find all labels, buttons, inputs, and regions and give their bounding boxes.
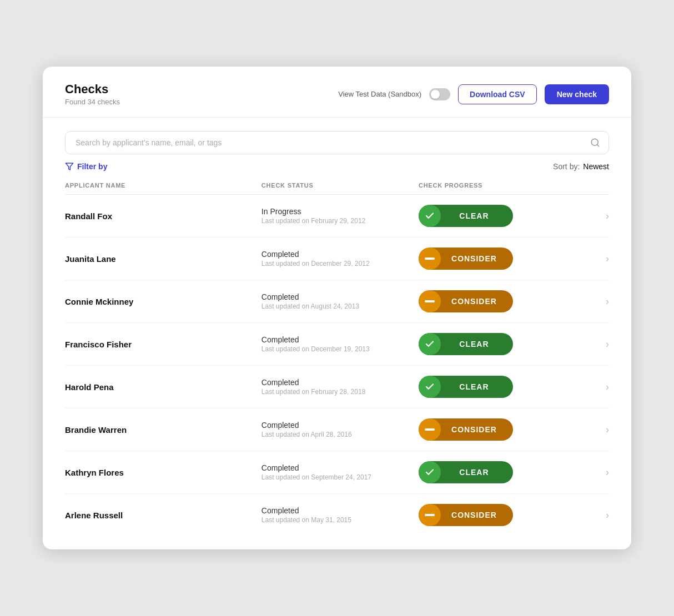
- progress-badge: CONSIDER: [419, 248, 513, 270]
- check-progress: CLEAR: [419, 376, 576, 398]
- badge-icon: [419, 504, 441, 526]
- svg-line-1: [597, 144, 598, 146]
- badge-icon: [419, 290, 441, 312]
- badge-icon: [419, 333, 441, 355]
- row-chevron[interactable]: ›: [576, 253, 609, 265]
- table-row[interactable]: Connie Mckinney Completed Last updated o…: [65, 280, 609, 323]
- applicant-name: Arlene Russell: [65, 511, 261, 520]
- applicant-name: Brandie Warren: [65, 425, 261, 435]
- main-card: Checks Found 34 checks View Test Data (S…: [43, 67, 631, 549]
- check-progress: CONSIDER: [419, 290, 576, 312]
- check-status-name: Completed: [261, 506, 419, 515]
- applicant-name: Randall Fox: [65, 211, 261, 221]
- table-row[interactable]: Brandie Warren Completed Last updated on…: [65, 408, 609, 451]
- check-status-name: Completed: [261, 335, 419, 344]
- row-chevron[interactable]: ›: [576, 210, 609, 222]
- check-status-date: Last updated on August 24, 2013: [261, 302, 419, 310]
- applicant-name: Connie Mckinney: [65, 297, 261, 306]
- table-row[interactable]: Arlene Russell Completed Last updated on…: [65, 494, 609, 536]
- check-status-name: Completed: [261, 292, 419, 301]
- badge-label: CONSIDER: [441, 254, 513, 263]
- svg-rect-6: [425, 514, 435, 516]
- sort-value[interactable]: Newest: [583, 162, 609, 171]
- check-progress: CLEAR: [419, 333, 576, 355]
- filter-sort-row: Filter by Sort by: Newest: [65, 162, 609, 171]
- check-progress: CONSIDER: [419, 248, 576, 270]
- header: Checks Found 34 checks View Test Data (S…: [43, 67, 631, 118]
- check-status-date: Last updated on April 28, 2016: [261, 431, 419, 438]
- applicant-name: Francisco Fisher: [65, 340, 261, 349]
- sandbox-label: View Test Data (Sandbox): [338, 90, 421, 98]
- filter-icon: [65, 162, 74, 171]
- check-status-name: Completed: [261, 378, 419, 387]
- badge-label: CONSIDER: [441, 297, 513, 306]
- header-left: Checks Found 34 checks: [65, 82, 120, 106]
- svg-rect-4: [425, 300, 435, 302]
- check-status: Completed Last updated on September 24, …: [261, 463, 419, 481]
- badge-icon: [419, 205, 441, 227]
- progress-badge: CLEAR: [419, 333, 513, 355]
- download-csv-button[interactable]: Download CSV: [458, 84, 537, 104]
- col-header-status: CHECK STATUS: [261, 182, 419, 189]
- row-chevron[interactable]: ›: [576, 509, 609, 521]
- table-row[interactable]: Juanita Lane Completed Last updated on D…: [65, 238, 609, 280]
- row-chevron[interactable]: ›: [576, 339, 609, 350]
- filter-by-button[interactable]: Filter by: [65, 162, 107, 171]
- sort-label: Sort by:: [553, 162, 580, 171]
- check-status-date: Last updated on December 19, 2013: [261, 345, 419, 353]
- table-wrap: APPLICANT NAME CHECK STATUS CHECK PROGRE…: [43, 176, 631, 549]
- search-wrap: ○🔍: [65, 131, 609, 154]
- search-icon-svg: [590, 138, 600, 148]
- row-chevron[interactable]: ›: [576, 424, 609, 436]
- badge-icon: [419, 461, 441, 483]
- check-status: Completed Last updated on April 28, 2016: [261, 421, 419, 438]
- check-status: In Progress Last updated on February 29,…: [261, 207, 419, 225]
- row-chevron[interactable]: ›: [576, 467, 609, 478]
- check-progress: CLEAR: [419, 205, 576, 227]
- table-row[interactable]: Kathryn Flores Completed Last updated on…: [65, 451, 609, 494]
- badge-icon: [419, 376, 441, 398]
- col-header-progress: CHECK PROGRESS: [419, 182, 576, 189]
- table-row[interactable]: Randall Fox In Progress Last updated on …: [65, 195, 609, 238]
- table-header: APPLICANT NAME CHECK STATUS CHECK PROGRE…: [65, 176, 609, 195]
- header-right: View Test Data (Sandbox) Download CSV Ne…: [338, 84, 609, 104]
- check-progress: CONSIDER: [419, 504, 576, 526]
- progress-badge: CONSIDER: [419, 504, 513, 526]
- page-subtitle: Found 34 checks: [65, 98, 120, 106]
- applicant-name: Juanita Lane: [65, 254, 261, 264]
- badge-icon: [419, 418, 441, 441]
- controls: ○🔍 Filter by Sort by: Newest: [43, 118, 631, 176]
- new-check-button[interactable]: New check: [545, 84, 609, 104]
- check-status-name: Completed: [261, 463, 419, 472]
- table-row[interactable]: Francisco Fisher Completed Last updated …: [65, 323, 609, 366]
- check-status-name: Completed: [261, 250, 419, 259]
- sort-wrap: Sort by: Newest: [553, 162, 609, 171]
- svg-marker-2: [66, 163, 73, 170]
- row-chevron[interactable]: ›: [576, 381, 609, 393]
- progress-badge: CONSIDER: [419, 290, 513, 312]
- check-progress: CLEAR: [419, 461, 576, 483]
- sandbox-toggle[interactable]: [429, 88, 450, 100]
- check-status-name: Completed: [261, 421, 419, 430]
- svg-rect-3: [425, 257, 435, 260]
- table-row[interactable]: Harold Pena Completed Last updated on Fe…: [65, 366, 609, 408]
- check-status-date: Last updated on February 29, 2012: [261, 217, 419, 225]
- col-header-name: APPLICANT NAME: [65, 182, 261, 189]
- check-status: Completed Last updated on August 24, 201…: [261, 292, 419, 310]
- check-status: Completed Last updated on December 29, 2…: [261, 250, 419, 267]
- progress-badge: CLEAR: [419, 461, 513, 483]
- badge-label: CLEAR: [441, 211, 513, 220]
- badge-icon: [419, 248, 441, 270]
- search-input[interactable]: [65, 131, 609, 154]
- check-status: Completed Last updated on May 31, 2015: [261, 506, 419, 524]
- progress-badge: CLEAR: [419, 205, 513, 227]
- applicant-name: Harold Pena: [65, 382, 261, 392]
- check-status-date: Last updated on May 31, 2015: [261, 516, 419, 524]
- row-chevron[interactable]: ›: [576, 296, 609, 307]
- progress-badge: CONSIDER: [419, 418, 513, 441]
- filter-by-label: Filter by: [77, 162, 107, 171]
- check-status-date: Last updated on February 28, 2018: [261, 388, 419, 396]
- check-progress: CONSIDER: [419, 418, 576, 441]
- page-title: Checks: [65, 82, 120, 97]
- svg-rect-5: [425, 428, 435, 431]
